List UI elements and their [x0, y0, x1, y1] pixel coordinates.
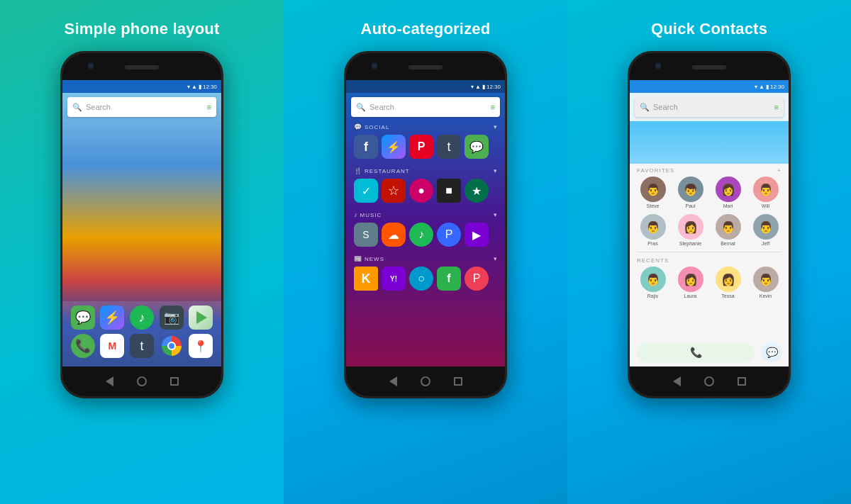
phone-3-bottom-bar: [630, 366, 789, 396]
chevron-down-icon: ▾: [494, 211, 497, 218]
app-foursquare[interactable]: ✓: [354, 179, 378, 203]
app-starbucks[interactable]: ★: [465, 179, 489, 203]
phone-1-camera: [88, 63, 94, 69]
phone-2-status-icons: ▾ ▲ ▮ 12:30: [471, 84, 501, 90]
phone-3-status-icons: ▾ ▲ ▮ 12:30: [755, 84, 784, 90]
play-icon: [196, 311, 207, 324]
panel-auto-categorized: Auto-categorized ▾ ▲ ▮ 12:30 🔍 Search ≡: [284, 0, 567, 504]
contact-steve[interactable]: 👨 Steve: [635, 177, 670, 208]
app-kindle[interactable]: K: [354, 267, 378, 291]
app-camera[interactable]: 📷: [160, 306, 184, 330]
phone-2-search-bar[interactable]: 🔍 Search ≡: [351, 97, 500, 117]
search-text: Search: [369, 103, 491, 111]
app-shazam[interactable]: S: [354, 223, 378, 247]
back-button[interactable]: [386, 375, 399, 388]
contact-rajiv[interactable]: 👨 Rajiv: [635, 267, 670, 298]
app-yahoo[interactable]: Y!: [382, 267, 406, 291]
app-phone[interactable]: 📞: [71, 334, 95, 358]
phone-1: ▾ ▲ ▮ 12:30 🔍 Search ≡ 💬 ⚡ ♪: [60, 51, 223, 398]
contact-laura[interactable]: 👩 Laura: [673, 267, 708, 298]
app-yahoo-video[interactable]: ▶: [465, 223, 489, 247]
home-button[interactable]: [135, 375, 148, 388]
add-contact-button[interactable]: +: [777, 167, 782, 174]
recents-button[interactable]: [452, 375, 465, 388]
contact-name-paul: Paul: [685, 203, 695, 208]
favorites-label: FAVORITES: [637, 167, 674, 174]
contact-kevin[interactable]: 👨 Kevin: [748, 267, 783, 298]
recents-section-label: RECENTS: [630, 254, 789, 265]
phone-1-status-icons: ▾ ▲ ▮ 12:30: [187, 84, 217, 90]
back-button[interactable]: [670, 375, 683, 388]
recents-icon: [738, 377, 746, 386]
phone-1-top: [62, 53, 221, 80]
recents-button[interactable]: [735, 375, 748, 388]
app-messenger[interactable]: ⚡: [100, 306, 124, 330]
contact-bernat[interactable]: 👨 Bernat: [711, 214, 745, 246]
contact-stephanie[interactable]: 👩 Stephanie: [673, 214, 708, 246]
app-pandora[interactable]: P: [437, 223, 461, 247]
app-maps[interactable]: 📍: [189, 334, 213, 358]
wifi-icon: ▾: [755, 84, 757, 90]
music-apps: S ☁ ♪ P ▶: [351, 220, 500, 250]
panel-quick-contacts: Quick Contacts ▾ ▲ ▮ 12:30 🔍 Search ≡: [567, 0, 851, 504]
avatar-rajiv: 👨: [640, 267, 666, 292]
app-chrome[interactable]: [160, 334, 184, 358]
back-button[interactable]: [103, 375, 116, 388]
app-play[interactable]: [189, 306, 213, 330]
signal-icon: ▲: [759, 84, 764, 90]
avatar-laura: 👩: [678, 267, 703, 292]
music-label: MUSIC: [360, 212, 491, 218]
phone-3-search-bar[interactable]: 🔍 Search ≡: [635, 97, 784, 117]
app-pocket[interactable]: P: [465, 267, 489, 291]
phone-2-bottom-bar: [346, 366, 505, 396]
contact-jeff[interactable]: 👨 Jeff: [748, 214, 783, 246]
contact-will[interactable]: 👨 Will: [748, 177, 783, 208]
category-music: ♪ MUSIC ▾ S ☁ ♪ P ▶: [351, 209, 500, 250]
chevron-down-icon: ▾: [494, 123, 497, 130]
app-yelp[interactable]: ☆: [382, 179, 406, 203]
app-fb-messenger[interactable]: ⚡: [382, 135, 406, 159]
app-opentable[interactable]: ●: [409, 179, 433, 203]
app-coral[interactable]: ○: [409, 267, 433, 291]
contact-name-kevin: Kevin: [760, 293, 772, 298]
home-button[interactable]: [703, 375, 716, 388]
app-tumblr[interactable]: t: [437, 135, 461, 159]
app-hangouts[interactable]: 💬: [71, 306, 95, 330]
category-restaurant: 🍴 RESTAURANT ▾ ✓ ☆ ● ■ ★: [351, 165, 500, 206]
call-button[interactable]: 📞: [637, 342, 755, 362]
app-hangouts[interactable]: 💬: [465, 135, 489, 159]
contact-name-steve: Steve: [647, 203, 660, 208]
app-gmail[interactable]: M: [100, 334, 124, 358]
recents-icon: [454, 377, 462, 386]
phone-1-search-bar[interactable]: 🔍 Search ≡: [67, 97, 216, 117]
app-spotify[interactable]: ♪: [130, 306, 154, 330]
app-tumblr[interactable]: t: [130, 334, 154, 358]
app-soundcloud[interactable]: ☁: [382, 223, 406, 247]
battery-icon: ▮: [199, 84, 201, 90]
app-square[interactable]: ■: [437, 179, 461, 203]
contact-tessa[interactable]: 👩 Tessa: [711, 267, 745, 298]
restaurant-apps: ✓ ☆ ● ■ ★: [351, 177, 500, 206]
recents-button[interactable]: [168, 375, 181, 388]
message-button[interactable]: 💬: [762, 342, 782, 362]
contact-mari[interactable]: 👩 Mari: [711, 177, 745, 208]
app-row-2: 📞 M t 📍: [68, 334, 216, 358]
chevron-down-icon: ▾: [494, 167, 497, 174]
home-button[interactable]: [419, 375, 432, 388]
recents-icon: [170, 377, 179, 386]
status-time: 12:30: [770, 84, 784, 90]
avatar-mari: 👩: [716, 177, 741, 202]
contacts-bg: [630, 121, 789, 164]
contact-pras[interactable]: 👨 Pras: [635, 214, 670, 246]
app-facebook[interactable]: f: [354, 135, 378, 159]
avatar-tessa: 👩: [716, 267, 741, 292]
phone-3-top: [630, 53, 789, 80]
contacts-area: FAVORITES + 👨 Steve 👦 Paul 👩 Mari: [630, 164, 789, 366]
social-icon: 💬: [354, 123, 362, 130]
contact-paul[interactable]: 👦 Paul: [673, 177, 708, 208]
app-pinterest[interactable]: P: [409, 135, 433, 159]
app-feedly[interactable]: f: [437, 267, 461, 291]
app-spotify[interactable]: ♪: [409, 223, 433, 247]
recents-label: RECENTS: [637, 257, 669, 264]
category-news: 📰 NEWS ▾ K Y! ○ f P: [351, 253, 500, 293]
